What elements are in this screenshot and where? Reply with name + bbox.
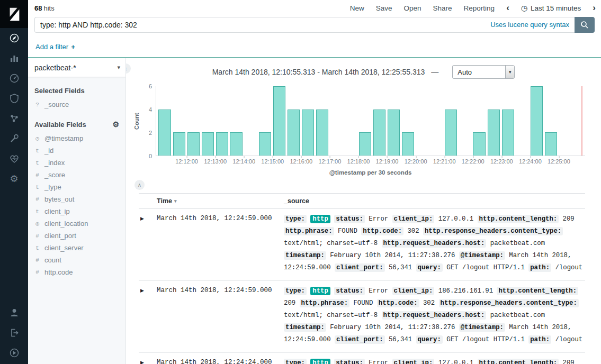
menu-item-reporting[interactable]: Reporting: [464, 4, 495, 12]
histogram-bar[interactable]: [473, 132, 485, 156]
x-tick-label: 12:15:00: [261, 158, 284, 165]
source-column-label: _source: [284, 197, 309, 205]
chart-range-header: March 14th 2018, 12:10:55.313 - March 14…: [126, 65, 601, 79]
field-name-label: _id: [44, 147, 53, 154]
index-pattern-select[interactable]: packetbeat-* ▾: [28, 58, 125, 77]
nav-collapse[interactable]: [0, 343, 28, 363]
histogram-bar[interactable]: [545, 132, 557, 156]
field-type-icon: #: [34, 172, 40, 178]
histogram-bar[interactable]: [402, 132, 414, 156]
table-row: ▶March 14th 2018, 12:24:59.000type: http…: [139, 209, 585, 280]
time-forward-icon[interactable]: ›: [593, 3, 596, 13]
histogram-bar[interactable]: [531, 86, 543, 156]
nav-management[interactable]: ⚙: [0, 169, 28, 189]
field-name-label: count: [44, 256, 61, 264]
source-field-name: type:: [284, 215, 307, 223]
histogram-bar[interactable]: [302, 110, 314, 156]
source-field-value: February 10th 2014, 11:27:38.276: [330, 252, 455, 259]
x-tick-label: 12:21:00: [433, 158, 456, 165]
add-filter-button[interactable]: Add a filter: [35, 43, 68, 51]
menu-item-new[interactable]: New: [350, 4, 364, 12]
field-item-_source[interactable]: ?_source: [28, 98, 125, 111]
source-field-name: @timestamp:: [459, 323, 505, 332]
field-item-_score[interactable]: #_score: [28, 169, 125, 181]
field-item-_type[interactable]: t_type: [28, 181, 125, 193]
histogram-bar[interactable]: [230, 132, 242, 156]
source-field-value: 209: [563, 359, 575, 364]
field-item-client_location[interactable]: ◎client_location: [28, 217, 125, 230]
nav-graph[interactable]: [0, 108, 28, 129]
row-source: type: http status: Error client_ip: 127.…: [284, 357, 585, 364]
field-item-client_port[interactable]: #client_port: [28, 230, 125, 242]
expand-caret-icon[interactable]: ▶: [139, 213, 157, 275]
histogram-bar[interactable]: [373, 110, 385, 156]
histogram-bar[interactable]: [216, 132, 228, 156]
source-field-value: FOUND: [353, 299, 373, 307]
field-name-label: client_ip: [44, 207, 70, 215]
field-item-count[interactable]: #count: [28, 254, 125, 266]
search-button[interactable]: [575, 17, 595, 33]
field-name-label: _type: [44, 183, 61, 191]
field-item-client_ip[interactable]: tclient_ip: [28, 205, 125, 217]
source-field-value: Error: [369, 215, 388, 223]
x-tick-label: 12:18:00: [347, 158, 370, 165]
field-item-_index[interactable]: t_index: [28, 157, 125, 169]
histogram-bar[interactable]: [316, 110, 328, 156]
field-item-bytes_out[interactable]: #bytes_out: [28, 193, 125, 205]
time-column-header[interactable]: Time ▾: [157, 197, 284, 205]
time-back-icon[interactable]: ‹: [506, 3, 509, 13]
nav-monitoring[interactable]: [0, 149, 28, 169]
histogram-bar[interactable]: [158, 110, 171, 156]
x-tick-label: 12:16:00: [290, 158, 312, 165]
source-field-value: /logout: [555, 336, 583, 343]
kibana-logo[interactable]: [0, 0, 28, 28]
histogram-bar[interactable]: [388, 110, 400, 156]
time-picker[interactable]: ◷ Last 15 minutes: [521, 4, 581, 12]
nav-discover[interactable]: [0, 28, 28, 48]
histogram-plot[interactable]: [156, 86, 585, 156]
nav-visualize[interactable]: [0, 48, 28, 68]
nav-account[interactable]: [0, 303, 28, 323]
nav-dashboard[interactable]: [0, 68, 28, 88]
x-tick-label: 12:14:00: [232, 158, 255, 165]
field-item-http.code[interactable]: #http.code: [28, 266, 125, 278]
source-field-value: Error: [369, 287, 388, 295]
interval-select[interactable]: Auto ▾: [452, 65, 515, 79]
histogram-bar[interactable]: [288, 110, 300, 156]
source-field-value: 127.0.0.1: [438, 215, 473, 223]
field-item-client_server[interactable]: tclient_server: [28, 242, 125, 254]
histogram-bar[interactable]: [173, 132, 185, 156]
field-type-icon: #: [34, 196, 40, 203]
expand-caret-icon[interactable]: ▶: [139, 285, 157, 347]
source-field-name: client_port:: [335, 263, 385, 272]
histogram-bar[interactable]: [359, 132, 371, 156]
field-name-label: _source: [44, 101, 69, 108]
nav-dev-tools[interactable]: [0, 129, 28, 149]
field-name-label: _index: [44, 159, 65, 167]
source-field-value: /logout: [555, 264, 583, 271]
source-field-value: 56,341: [389, 336, 412, 343]
menu-item-save[interactable]: Save: [376, 4, 392, 12]
histogram-bar[interactable]: [502, 110, 514, 156]
histogram-bar[interactable]: [202, 132, 214, 156]
source-field-value: February 10th 2014, 11:27:38.276: [330, 324, 455, 331]
field-item-@timestamp[interactable]: ◷@timestamp: [28, 132, 125, 144]
collapse-chart-button[interactable]: ∧: [134, 180, 145, 190]
nav-logout[interactable]: [0, 323, 28, 343]
lucene-syntax-link[interactable]: Uses lucene query syntax: [490, 21, 569, 29]
histogram-bar[interactable]: [488, 110, 500, 156]
selected-fields-list: ?_source: [28, 98, 125, 111]
menu-item-open[interactable]: Open: [404, 4, 421, 12]
histogram-bar[interactable]: [273, 86, 285, 156]
source-field-name: client_port:: [335, 335, 385, 344]
nav-timelion[interactable]: [0, 88, 28, 108]
histogram-bar[interactable]: [445, 110, 457, 156]
field-settings-gear-icon[interactable]: ⚙: [112, 120, 119, 129]
plus-icon[interactable]: +: [71, 43, 75, 51]
menu-item-share[interactable]: Share: [433, 4, 452, 12]
expand-caret-icon[interactable]: ▶: [139, 357, 157, 364]
field-item-_id[interactable]: t_id: [28, 144, 125, 157]
histogram-bar[interactable]: [187, 132, 200, 156]
histogram-bar[interactable]: [259, 132, 271, 156]
highlighted-value: http: [310, 215, 330, 223]
